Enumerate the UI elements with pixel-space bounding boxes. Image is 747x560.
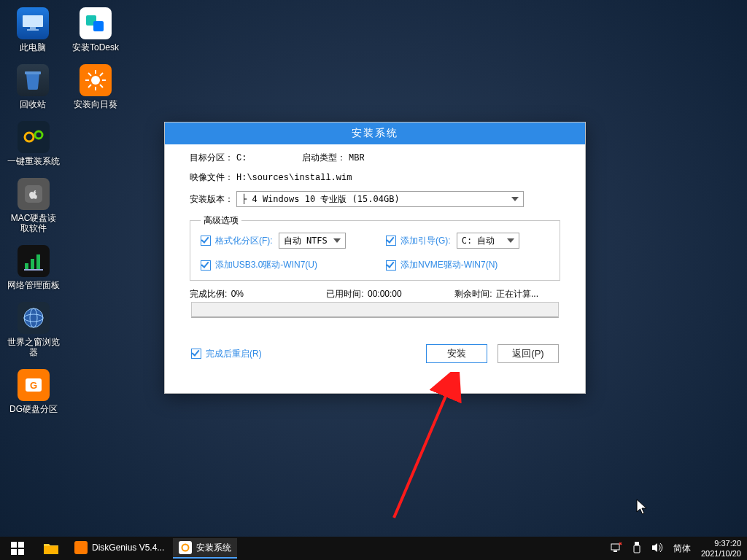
desktop-icon-recycle-bin[interactable]: 回收站 [6,63,60,111]
image-file-value: H:\sources\install.wim [236,173,352,183]
desktop: 此电脑 安装ToDesk 回收站 安装向日葵 [0,0,747,560]
svg-rect-0 [23,15,43,27]
svg-rect-5 [25,71,41,74]
apple-drive-icon [18,178,50,210]
svg-rect-2 [27,29,39,31]
svg-rect-35 [611,544,619,550]
desktop-icon-this-pc[interactable]: 此电脑 [6,6,60,54]
chevron-down-icon [507,238,514,243]
svg-rect-33 [44,546,58,554]
target-partition-label: 目标分区： [190,152,233,164]
svg-rect-40 [634,545,640,553]
desktop-icon-label: 安装ToDesk [72,42,119,52]
install-version-select[interactable]: ├ 4 Windows 10 专业版 (15.04GB) [236,191,524,207]
remaining-value: 正在计算... [496,289,538,299]
taskbar-item-diskgenius[interactable]: DiskGenius V5.4... [69,538,170,559]
target-partition-value: C: [236,153,302,163]
svg-rect-31 [11,549,17,555]
chevron-down-icon [333,238,341,243]
diskgenius-icon [74,541,88,554]
network-bars-icon [18,245,50,277]
installer-icon [179,541,192,554]
restart-after-label: 完成后重启(R) [206,348,262,360]
add-boot-select[interactable]: C: 自动 [457,233,519,249]
format-fs-value: 自动 NTFS [284,235,328,247]
svg-point-16 [35,131,42,139]
nvme-driver-label: 添加NVME驱动-WIN7(N) [400,259,498,271]
diskgenius-icon: G [18,369,50,401]
svg-rect-32 [18,549,24,555]
svg-line-11 [88,73,91,76]
todesk-icon [80,7,112,39]
svg-line-14 [88,85,91,88]
progress-pct-label: 完成比例: [190,289,227,299]
tray-date: 2021/10/20 [701,548,741,559]
desktop-icon-todesk[interactable]: 安装ToDesk [69,6,123,54]
svg-point-15 [25,133,34,141]
remaining-label: 剩余时间: [454,289,492,299]
restart-after-checkbox[interactable]: 完成后重启(R) [191,348,262,360]
checkbox-icon [386,236,396,246]
desktop-icon-label: 此电脑 [20,42,46,52]
format-fs-select[interactable]: 自动 NTFS [279,233,346,249]
desktop-icon-label: DG硬盘分区 [9,404,58,414]
annotation-arrow [387,372,474,525]
trash-icon [17,64,49,96]
format-partition-label: 格式化分区(F): [215,235,273,247]
elapsed-label: 已用时间: [326,289,363,299]
svg-rect-4 [93,21,104,31]
tray-time: 9:37:20 [701,538,741,548]
globe-icon [18,302,50,334]
svg-rect-29 [11,542,17,548]
install-button[interactable]: 安装 [426,344,487,363]
desktop-icon-reinstall-os[interactable]: 一键重装系统 [6,120,61,168]
desktop-icon-sunlogin[interactable]: 安装向日葵 [69,63,123,111]
chevron-down-icon [511,197,519,201]
checkbox-icon [201,260,211,271]
desktop-icon-theworld-browser[interactable]: 世界之窗浏览器 [6,300,61,359]
svg-rect-30 [18,542,24,548]
back-button[interactable]: 返回(P) [498,344,559,363]
tray-clock[interactable]: 9:37:20 2021/10/20 [701,538,741,559]
desktop-icon-diskgenius[interactable]: G DG硬盘分区 [6,368,61,416]
install-os-dialog: 安装系统 目标分区： C: 启动类型： MBR 映像文件： H:\sources… [164,122,586,394]
desktop-icon-label: 网络管理面板 [7,280,60,290]
progress-pct-value: 0% [231,289,244,299]
svg-rect-21 [24,269,43,271]
desktop-icon-network-panel[interactable]: 网络管理面板 [6,244,61,292]
nvme-driver-checkbox[interactable]: 添加NVME驱动-WIN7(N) [386,259,549,271]
advanced-legend: 高级选项 [201,214,241,227]
tray-usb-icon[interactable] [632,542,641,556]
desktop-icon-label: 一键重装系统 [7,156,60,166]
tray-ime-indicator[interactable]: 简体 [673,542,691,555]
dialog-title: 安装系统 [352,127,398,140]
svg-rect-36 [614,551,617,552]
tray-network-icon[interactable] [611,542,622,555]
svg-point-34 [182,545,189,551]
tray-volume-icon[interactable] [651,542,663,555]
svg-rect-20 [36,254,40,269]
taskbar-pinned-explorer[interactable] [35,537,67,560]
system-tray: 简体 9:37:20 2021/10/20 [611,538,747,559]
svg-rect-18 [25,263,28,269]
elapsed-value: 00:00:00 [368,289,402,299]
desktop-icon-label: 回收站 [20,99,46,109]
svg-line-28 [394,381,452,518]
install-version-value: ├ 4 Windows 10 专业版 (15.04GB) [241,193,400,206]
checkbox-icon [386,260,396,271]
desktop-icon-label: MAC硬盘读取软件 [7,213,60,233]
usb3-driver-checkbox[interactable]: 添加USB3.0驱动-WIN7(U) [201,259,364,271]
desktop-icon-label: 世界之窗浏览器 [7,337,60,357]
svg-line-12 [100,85,103,88]
svg-rect-1 [30,27,36,29]
monitor-icon [17,7,49,39]
svg-rect-39 [635,542,639,545]
desktop-icon-mac-disk-reader[interactable]: MAC硬盘读取软件 [6,176,61,235]
add-boot-checkbox[interactable]: 添加引导(G): [386,235,451,247]
progress-bar [191,302,559,318]
taskbar-item-install-os[interactable]: 安装系统 [173,538,237,559]
start-button[interactable] [0,537,35,560]
dialog-titlebar[interactable]: 安装系统 [165,122,585,144]
add-boot-value: C: 自动 [462,235,495,247]
format-partition-checkbox[interactable]: 格式化分区(F): [201,235,273,247]
